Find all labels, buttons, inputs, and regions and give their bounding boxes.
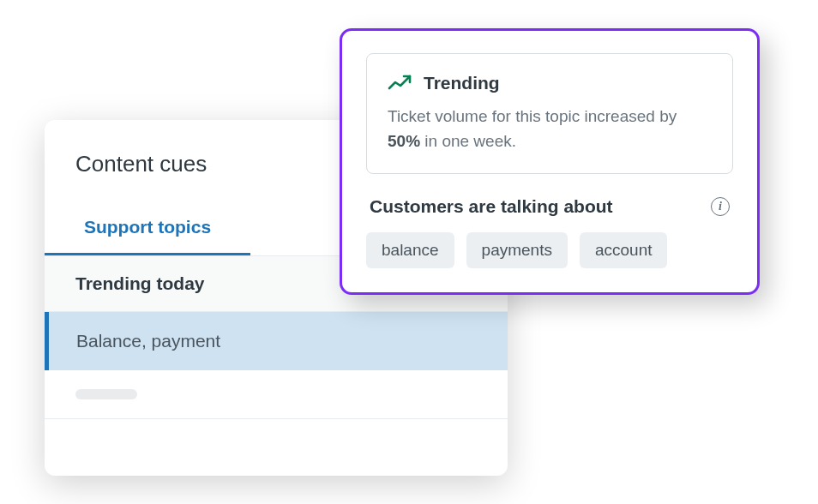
list-item-balance-payment[interactable]: Balance, payment: [45, 312, 508, 370]
topic-chips: balance payments account: [366, 232, 733, 268]
trending-description: Ticket volume for this topic increased b…: [388, 104, 712, 154]
list-item-placeholder: [45, 370, 508, 419]
tab-support-topics[interactable]: Support topics: [45, 201, 250, 255]
trending-desc-suffix: in one week.: [420, 132, 516, 150]
trending-header: Trending: [388, 73, 712, 93]
trending-label: Trending: [424, 73, 500, 93]
trending-box: Trending Ticket volume for this topic in…: [366, 53, 733, 174]
chip-account[interactable]: account: [580, 232, 668, 268]
trending-desc-prefix: Ticket volume for this topic increased b…: [388, 107, 677, 125]
topic-detail-popover: Trending Ticket volume for this topic in…: [340, 28, 760, 295]
talking-about-header: Customers are talking about: [366, 196, 733, 217]
skeleton-bar: [75, 389, 137, 399]
chip-balance[interactable]: balance: [366, 232, 454, 268]
talking-about-title: Customers are talking about: [370, 196, 613, 217]
chip-payments[interactable]: payments: [466, 232, 568, 268]
trending-percent: 50%: [388, 132, 420, 150]
trending-up-icon: [388, 75, 412, 92]
info-icon[interactable]: [711, 197, 730, 216]
